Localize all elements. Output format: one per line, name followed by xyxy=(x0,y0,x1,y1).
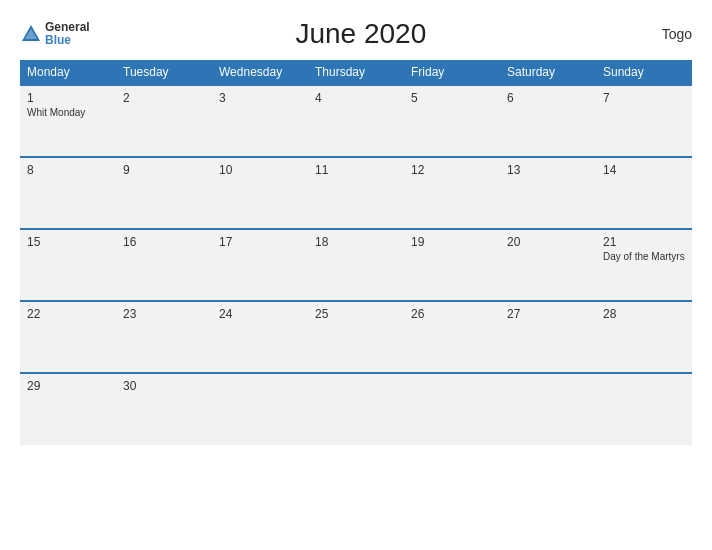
day-number: 15 xyxy=(27,235,109,249)
day-cell: 30 xyxy=(116,373,212,445)
day-number: 9 xyxy=(123,163,205,177)
calendar-table: Monday Tuesday Wednesday Thursday Friday… xyxy=(20,60,692,445)
day-number: 25 xyxy=(315,307,397,321)
day-cell: 17 xyxy=(212,229,308,301)
day-number: 22 xyxy=(27,307,109,321)
day-event: Day of the Martyrs xyxy=(603,251,685,262)
day-cell xyxy=(596,373,692,445)
day-cell: 4 xyxy=(308,85,404,157)
col-tuesday: Tuesday xyxy=(116,60,212,85)
day-number: 28 xyxy=(603,307,685,321)
day-cell: 8 xyxy=(20,157,116,229)
col-monday: Monday xyxy=(20,60,116,85)
weekday-row: Monday Tuesday Wednesday Thursday Friday… xyxy=(20,60,692,85)
day-number: 21 xyxy=(603,235,685,249)
day-cell: 23 xyxy=(116,301,212,373)
day-cell: 7 xyxy=(596,85,692,157)
day-number: 11 xyxy=(315,163,397,177)
page-header: General Blue June 2020 Togo xyxy=(20,18,692,50)
day-number: 3 xyxy=(219,91,301,105)
day-number: 19 xyxy=(411,235,493,249)
day-number: 5 xyxy=(411,91,493,105)
day-number: 24 xyxy=(219,307,301,321)
calendar-header: Monday Tuesday Wednesday Thursday Friday… xyxy=(20,60,692,85)
week-row-2: 891011121314 xyxy=(20,157,692,229)
day-number: 6 xyxy=(507,91,589,105)
day-cell: 15 xyxy=(20,229,116,301)
day-cell: 9 xyxy=(116,157,212,229)
day-number: 30 xyxy=(123,379,205,393)
col-thursday: Thursday xyxy=(308,60,404,85)
day-number: 2 xyxy=(123,91,205,105)
day-cell: 14 xyxy=(596,157,692,229)
week-row-5: 2930 xyxy=(20,373,692,445)
day-cell: 2 xyxy=(116,85,212,157)
day-cell: 13 xyxy=(500,157,596,229)
country-label: Togo xyxy=(632,26,692,42)
logo: General Blue xyxy=(20,21,90,47)
day-cell: 5 xyxy=(404,85,500,157)
day-number: 17 xyxy=(219,235,301,249)
day-cell xyxy=(500,373,596,445)
day-cell: 26 xyxy=(404,301,500,373)
day-number: 18 xyxy=(315,235,397,249)
logo-text: General Blue xyxy=(45,21,90,47)
day-cell: 25 xyxy=(308,301,404,373)
week-row-3: 15161718192021Day of the Martyrs xyxy=(20,229,692,301)
day-cell: 28 xyxy=(596,301,692,373)
col-friday: Friday xyxy=(404,60,500,85)
day-number: 12 xyxy=(411,163,493,177)
calendar-page: General Blue June 2020 Togo Monday Tuesd… xyxy=(0,0,712,550)
day-cell: 22 xyxy=(20,301,116,373)
day-cell xyxy=(404,373,500,445)
day-cell: 27 xyxy=(500,301,596,373)
day-cell: 20 xyxy=(500,229,596,301)
day-number: 8 xyxy=(27,163,109,177)
day-cell: 6 xyxy=(500,85,596,157)
calendar-title: June 2020 xyxy=(90,18,632,50)
col-wednesday: Wednesday xyxy=(212,60,308,85)
day-number: 7 xyxy=(603,91,685,105)
day-number: 14 xyxy=(603,163,685,177)
week-row-1: 1Whit Monday234567 xyxy=(20,85,692,157)
day-number: 13 xyxy=(507,163,589,177)
day-cell: 1Whit Monday xyxy=(20,85,116,157)
day-cell: 29 xyxy=(20,373,116,445)
day-number: 4 xyxy=(315,91,397,105)
day-cell: 16 xyxy=(116,229,212,301)
logo-blue-text: Blue xyxy=(45,34,90,47)
day-cell: 21Day of the Martyrs xyxy=(596,229,692,301)
day-event: Whit Monday xyxy=(27,107,85,118)
day-number: 20 xyxy=(507,235,589,249)
day-number: 26 xyxy=(411,307,493,321)
day-number: 16 xyxy=(123,235,205,249)
day-cell: 19 xyxy=(404,229,500,301)
col-sunday: Sunday xyxy=(596,60,692,85)
day-cell: 18 xyxy=(308,229,404,301)
day-cell xyxy=(212,373,308,445)
week-row-4: 22232425262728 xyxy=(20,301,692,373)
day-number: 1 xyxy=(27,91,109,105)
day-cell: 12 xyxy=(404,157,500,229)
day-cell: 11 xyxy=(308,157,404,229)
day-number: 23 xyxy=(123,307,205,321)
day-number: 29 xyxy=(27,379,109,393)
day-number: 10 xyxy=(219,163,301,177)
day-cell xyxy=(308,373,404,445)
col-saturday: Saturday xyxy=(500,60,596,85)
logo-icon xyxy=(20,23,42,45)
day-number: 27 xyxy=(507,307,589,321)
day-cell: 3 xyxy=(212,85,308,157)
day-cell: 24 xyxy=(212,301,308,373)
day-cell: 10 xyxy=(212,157,308,229)
calendar-body: 1Whit Monday2345678910111213141516171819… xyxy=(20,85,692,445)
